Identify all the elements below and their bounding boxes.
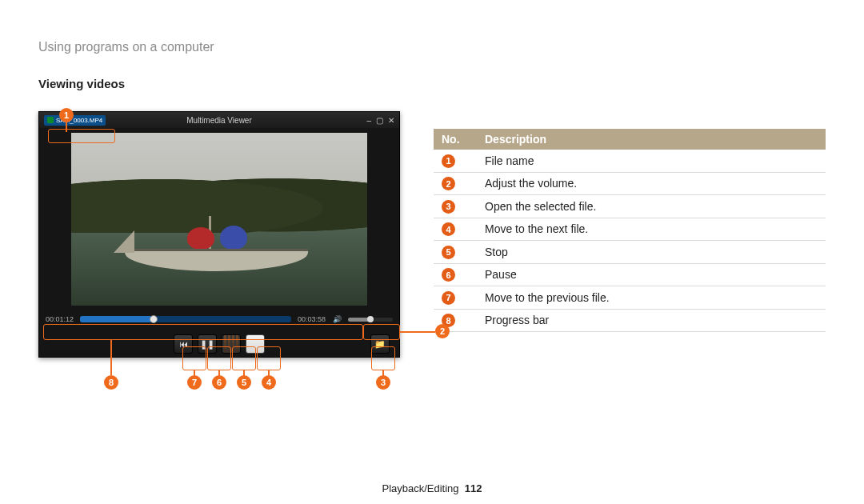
callout-1-line — [66, 122, 67, 132]
filename-chip: SAM_0003.MP4 — [44, 115, 106, 126]
callout-2-box — [363, 324, 400, 340]
table-row: 6Pause — [434, 263, 826, 286]
minimize-icon[interactable]: – — [366, 116, 371, 125]
row-badge: 3 — [442, 200, 455, 214]
callout-4: 4 — [262, 375, 276, 390]
row-desc: Pause — [477, 263, 826, 286]
callout-2-line — [400, 331, 435, 333]
close-icon[interactable]: ✕ — [388, 116, 394, 125]
time-elapsed: 00:01:12 — [46, 315, 74, 323]
callout-8-box — [43, 324, 363, 340]
player-figure: 1 SAM_0003.MP4 Multimedia Viewer – ▢ ✕ — [38, 111, 414, 358]
callout-1-box — [48, 129, 115, 143]
video-canvas — [71, 133, 367, 306]
multimedia-viewer-window: SAM_0003.MP4 Multimedia Viewer – ▢ ✕ — [38, 111, 400, 358]
row-badge: 4 — [442, 222, 455, 236]
callout-7: 7 — [187, 375, 202, 390]
row-badge: 1 — [442, 154, 455, 168]
row-badge: 2 — [442, 177, 455, 190]
callout-7-box — [182, 346, 206, 370]
time-total: 00:03:58 — [298, 315, 326, 323]
row-desc: Adjust the volume. — [477, 172, 826, 195]
table-row: 5Stop — [434, 241, 826, 264]
table-row: 1File name — [434, 150, 826, 172]
row-desc: Open the selected file. — [477, 195, 826, 218]
breadcrumb: Using programs on a computer — [38, 40, 826, 54]
callout-3-box — [371, 346, 395, 370]
boat-illustration — [125, 222, 308, 270]
row-desc: Move to the previous file. — [477, 286, 826, 310]
row-desc: Progress bar — [477, 309, 826, 332]
callout-4-box — [257, 346, 281, 370]
callout-5: 5 — [237, 375, 251, 390]
footer-page: 112 — [465, 482, 482, 494]
table-row: 8Progress bar — [434, 309, 826, 332]
callout-1: 1 — [59, 108, 74, 122]
callout-6-box — [207, 346, 231, 370]
callout-2: 2 — [435, 324, 450, 338]
table-row: 4Move to the next file. — [434, 218, 826, 241]
titlebar: SAM_0003.MP4 Multimedia Viewer – ▢ ✕ — [39, 112, 399, 128]
callout-5-box — [232, 346, 256, 370]
th-no: No. — [434, 129, 477, 150]
volume-icon[interactable]: 🔊 — [332, 314, 342, 324]
section-title: Viewing videos — [38, 77, 826, 90]
table-row: 7Move to the previous file. — [434, 286, 826, 310]
volume-slider[interactable] — [348, 318, 393, 322]
table-row: 2Adjust the volume. — [434, 172, 826, 195]
table-row: 3Open the selected file. — [434, 195, 826, 218]
row-desc: Move to the next file. — [477, 218, 826, 241]
row-desc: Stop — [477, 241, 826, 264]
callout-8-line — [110, 340, 112, 375]
footer-chapter: Playback/Editing — [382, 482, 458, 494]
callout-6: 6 — [212, 375, 226, 390]
callout-3: 3 — [376, 375, 390, 390]
row-badge: 7 — [442, 291, 455, 305]
row-desc: File name — [477, 150, 826, 172]
callout-8: 8 — [104, 375, 118, 390]
maximize-icon[interactable]: ▢ — [376, 116, 383, 125]
page-footer: Playback/Editing 112 — [0, 482, 864, 494]
reference-table: No. Description 1File name2Adjust the vo… — [434, 129, 826, 332]
th-desc: Description — [477, 129, 826, 150]
progress-bar[interactable] — [80, 316, 291, 322]
row-badge: 5 — [442, 246, 455, 259]
row-badge: 6 — [442, 268, 455, 282]
